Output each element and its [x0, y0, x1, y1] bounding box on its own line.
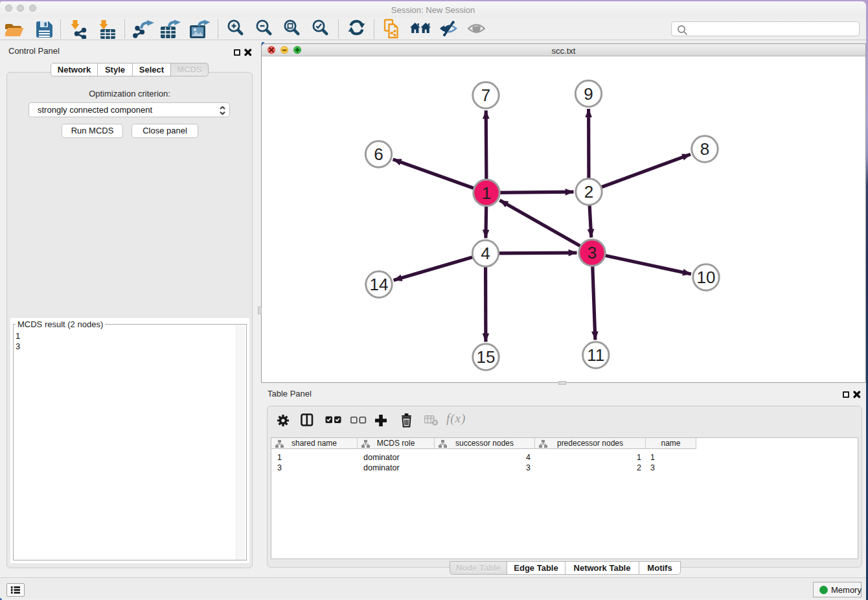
svg-text:6: 6 — [374, 144, 383, 164]
svg-text:1: 1 — [482, 183, 491, 203]
svg-text:15: 15 — [477, 347, 496, 367]
svg-text:4: 4 — [481, 244, 490, 263]
svg-text:9: 9 — [584, 84, 593, 104]
svg-text:3: 3 — [588, 243, 597, 262]
svg-text:8: 8 — [700, 139, 709, 159]
svg-text:2: 2 — [584, 182, 593, 202]
svg-text:11: 11 — [587, 345, 604, 365]
svg-text:10: 10 — [697, 268, 716, 287]
svg-text:7: 7 — [481, 86, 490, 105]
svg-text:14: 14 — [370, 275, 389, 294]
